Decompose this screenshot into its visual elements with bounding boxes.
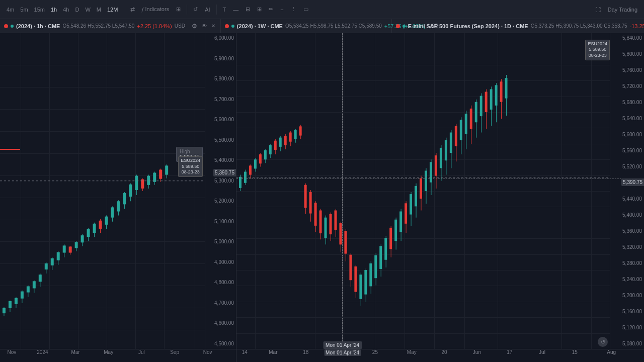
price-5600: 5,600.00 <box>205 117 236 122</box>
tf-4m[interactable]: 4m <box>4 5 17 14</box>
time-may-r: May <box>407 349 417 355</box>
price-4600: 4,600.00 <box>205 321 236 326</box>
svg-rect-93 <box>325 218 327 238</box>
svg-rect-143 <box>450 133 452 153</box>
svg-rect-79 <box>289 133 292 142</box>
svg-rect-101 <box>344 231 347 254</box>
svg-rect-45 <box>135 176 138 190</box>
svg-rect-83 <box>299 126 302 135</box>
symbol-eye-btn[interactable]: 👁 <box>201 23 208 29</box>
svg-rect-85 <box>304 185 307 208</box>
layout-btn[interactable]: ▭ <box>301 5 311 14</box>
templates-btn[interactable]: ⊞ <box>174 5 183 14</box>
svg-rect-37 <box>111 207 114 217</box>
svg-rect-99 <box>339 223 342 245</box>
tf-5m[interactable]: 5m <box>18 5 30 14</box>
reset-zoom-btn[interactable]: ↺ <box>598 337 608 347</box>
left-current-price: 5,390.75 <box>213 169 236 176</box>
time-14: 14 <box>242 349 248 355</box>
svg-rect-145 <box>455 126 457 146</box>
svg-rect-159 <box>490 89 493 110</box>
svg-rect-155 <box>480 96 482 117</box>
esu-price-right: 5,589.50 <box>588 47 607 53</box>
symbol-close-btn[interactable]: ✕ <box>210 23 216 29</box>
fullscreen-btn[interactable]: ⛶ <box>593 5 603 14</box>
svg-rect-121 <box>394 220 397 241</box>
symbol-settings-btn[interactable]: ⚙ <box>191 23 198 30</box>
tf-15m[interactable]: 15m <box>32 5 47 14</box>
r-price-5680: 5,680.00 <box>610 100 644 105</box>
cross-tool[interactable]: + <box>278 5 286 14</box>
right-esu-badge: ESU2024 5,589.50 08-23-23 <box>585 40 610 60</box>
svg-rect-73 <box>274 141 277 150</box>
tf-w[interactable]: W <box>83 5 93 14</box>
svg-rect-33 <box>99 221 102 229</box>
time-apr1: Mon 01 Apr '24 <box>324 349 361 356</box>
svg-rect-109 <box>364 270 367 295</box>
svg-rect-165 <box>505 78 508 99</box>
tf-1h[interactable]: 1h <box>48 5 59 14</box>
compare-btn[interactable]: ⇄ <box>128 5 137 14</box>
price-4500: 4,500.00 <box>205 341 236 346</box>
svg-rect-51 <box>153 173 156 182</box>
esu-price-left: 5,589.50 <box>181 164 200 170</box>
svg-rect-17 <box>51 258 54 265</box>
day-trading-btn[interactable]: Day Trading <box>605 5 640 14</box>
tf-12m[interactable]: 12M <box>105 5 120 14</box>
svg-rect-11 <box>33 281 36 288</box>
tf-d[interactable]: D <box>72 5 82 14</box>
r-price-5360: 5,360.00 <box>610 229 644 234</box>
indicators-btn[interactable]: 𝑓 Indicators <box>139 5 172 14</box>
r-price-5640: 5,640.00 <box>610 116 644 121</box>
svg-rect-3 <box>9 301 12 308</box>
symbol-item-1w[interactable]: (2024) · 1W · CME O5,534.25 H5,598.75 L5… <box>221 19 392 33</box>
symbol-dot-red-2 <box>225 24 229 28</box>
svg-rect-29 <box>87 229 90 237</box>
replay-btn[interactable]: ↺ <box>191 5 200 14</box>
price-4800: 4,800.00 <box>205 280 236 285</box>
time-20: 20 <box>442 349 447 355</box>
indicators-icon: 𝑓 <box>142 6 143 12</box>
chart-left[interactable]: 6,000.00 5,900.00 5,800.00 5,700.00 5,60… <box>0 33 236 349</box>
svg-rect-63 <box>249 165 252 174</box>
line-tool[interactable]: — <box>230 5 241 14</box>
symbol-change-1h: +2.25 (1.04%) <box>137 23 172 29</box>
r-price-5520: 5,520.00 <box>610 164 644 169</box>
svg-rect-25 <box>75 242 78 248</box>
ai-btn[interactable]: AI <box>202 5 212 14</box>
symbol-ohlc-emini: O5,373.25 H5,390.75 L5,343.00 C5,353.75 <box>531 23 627 29</box>
svg-rect-1 <box>3 308 6 313</box>
symbol-dot-green-1 <box>11 25 14 28</box>
right-current-price: 5,390.75 <box>621 178 644 186</box>
pen-tool[interactable]: ✏ <box>266 5 276 14</box>
svg-rect-147 <box>460 120 462 140</box>
price-5000: 5,000.00 <box>205 239 236 244</box>
symbol-item-1h[interactable]: (2024) · 1h · CME O5,548.26 H5,552.75 L5… <box>0 19 221 33</box>
symbol-ohlc-1h: O5,548.26 H5,552.75 L5,547.50 <box>62 23 134 29</box>
svg-rect-105 <box>354 266 357 292</box>
svg-rect-141 <box>445 140 447 161</box>
charts-container: 6,000.00 5,900.00 5,800.00 5,700.00 5,60… <box>0 33 644 349</box>
text-tool[interactable]: T <box>220 5 229 14</box>
tf-4h[interactable]: 4h <box>60 5 71 14</box>
price-5800: 5,800.00 <box>205 76 236 81</box>
r-price-5600: 5,600.00 <box>610 132 644 137</box>
more-tools[interactable]: ⋮ <box>288 5 299 14</box>
svg-rect-19 <box>57 252 60 260</box>
svg-rect-59 <box>239 177 242 188</box>
symbol-item-emini[interactable]: E-mini S&P 500 Futures (Sep 2024) · 1D ·… <box>392 19 644 33</box>
price-5700: 5,700.00 <box>205 97 236 102</box>
divider-2 <box>187 5 187 15</box>
svg-rect-15 <box>45 263 48 269</box>
svg-rect-13 <box>39 275 42 282</box>
svg-rect-21 <box>63 245 66 252</box>
symbol-name-1h: (2024) · 1h · CME <box>16 23 60 29</box>
chart-right[interactable]: 5,840.00 5,800.00 5,760.00 5,720.00 5,68… <box>236 33 644 349</box>
svg-rect-65 <box>254 159 257 168</box>
right-price-axis: 5,840.00 5,800.00 5,760.00 5,720.00 5,68… <box>610 33 644 349</box>
svg-rect-23 <box>69 246 72 252</box>
svg-rect-5 <box>15 298 18 304</box>
tf-m[interactable]: M <box>94 5 104 14</box>
ruler-tool[interactable]: ⊟ <box>243 5 253 14</box>
grid-tool[interactable]: ⊞ <box>255 5 264 14</box>
